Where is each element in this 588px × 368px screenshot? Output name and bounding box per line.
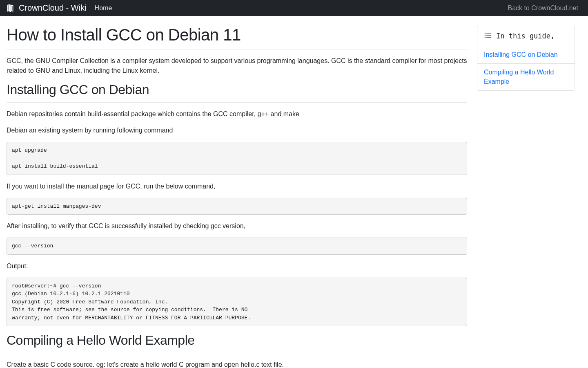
- toc-link-example[interactable]: Compiling a Hello World Example: [484, 69, 554, 85]
- svg-point-5: [485, 37, 486, 38]
- brand-link[interactable]: CrownCloud - Wiki: [7, 3, 87, 13]
- toc-item: Installing GCC on Debian: [477, 46, 575, 64]
- code-block: apt-get install manpages-dev: [7, 198, 467, 215]
- navbar: CrownCloud - Wiki Home Back to CrownClou…: [0, 0, 588, 16]
- toc-list: Installing GCC on Debian Compiling a Hel…: [477, 46, 575, 90]
- main-content: How to Install GCC on Debian 11 GCC, the…: [7, 26, 467, 368]
- sidebar: In this guide, Installing GCC on Debian …: [477, 26, 575, 368]
- section-heading-install: Installing GCC on Debian: [7, 82, 467, 97]
- svg-point-3: [485, 33, 486, 34]
- divider: [7, 49, 467, 49]
- paragraph: After installing, to verify that GCC is …: [7, 221, 467, 231]
- paragraph: Create a basic C code source. eg: let's …: [7, 360, 467, 368]
- intro-paragraph: GCC, the GNU Compiler Collection is a co…: [7, 56, 467, 76]
- toc-link-install[interactable]: Installing GCC on Debian: [484, 51, 558, 58]
- code-block: root@server:~# gcc --version gcc (Debian…: [7, 278, 467, 327]
- paragraph: Debian repositories contain build-essent…: [7, 109, 467, 119]
- section-heading-example: Compiling a Hello World Example: [7, 333, 467, 348]
- page-title: How to Install GCC on Debian 11: [7, 26, 467, 44]
- paragraph: Output:: [7, 261, 467, 271]
- toc-card: In this guide, Installing GCC on Debian …: [477, 26, 575, 91]
- toc-title: In this guide,: [496, 32, 555, 40]
- divider: [7, 102, 467, 103]
- divider: [7, 353, 467, 353]
- nav-back[interactable]: Back to CrownCloud.net: [508, 4, 581, 12]
- toc-item: Compiling a Hello World Example: [477, 64, 575, 90]
- navbar-left: CrownCloud - Wiki Home: [7, 3, 112, 13]
- toc-header: In this guide,: [477, 26, 575, 46]
- svg-point-4: [485, 35, 486, 36]
- paragraph: Debian an existing system by running fol…: [7, 126, 467, 135]
- code-block: gcc --version: [7, 238, 467, 255]
- code-block: apt upgrade apt install build-essential: [7, 142, 467, 175]
- nav-home[interactable]: Home: [95, 4, 112, 12]
- container: How to Install GCC on Debian 11 GCC, the…: [0, 16, 588, 368]
- list-icon: [484, 31, 492, 41]
- brand-text: CrownCloud - Wiki: [19, 3, 87, 13]
- paragraph: If you want to install the manual page f…: [7, 182, 467, 191]
- books-icon: [7, 4, 16, 13]
